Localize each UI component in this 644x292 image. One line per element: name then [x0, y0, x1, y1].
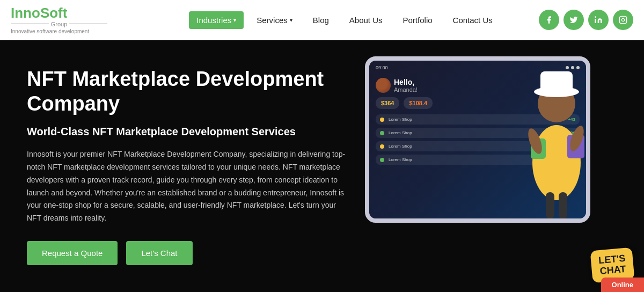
nav-portfolio[interactable]: Portfolio	[396, 11, 440, 29]
industries-chevron: ▾	[233, 17, 236, 23]
list-dot	[380, 158, 384, 162]
woman-illustration	[503, 61, 586, 218]
header: InnoSoft Group Innovative software devel…	[0, 0, 644, 40]
hero-buttons: Request a Quote Let's Chat	[27, 241, 349, 265]
app-time: 09:00	[376, 65, 388, 70]
app-screen: 09:00 Hello,	[369, 61, 586, 218]
tablet-frame: 09:00 Hello,	[365, 56, 590, 223]
request-quote-button[interactable]: Request a Quote	[27, 241, 118, 265]
hero-subtitle: World-Class NFT Marketplace Development …	[27, 125, 349, 138]
app-username: Amanda!	[394, 86, 418, 93]
facebook-icon[interactable]	[539, 10, 559, 30]
svg-rect-12	[559, 192, 567, 218]
instagram-icon[interactable]	[613, 10, 633, 30]
logo-line-left	[11, 24, 49, 24]
svg-rect-6	[540, 71, 573, 93]
list-dot	[380, 118, 384, 122]
logo-inno: Inno	[11, 5, 40, 21]
stat-1: $364	[376, 97, 399, 109]
hero-image: 09:00 Hello,	[365, 56, 601, 271]
hero-title: NFT Marketplace Development Company	[27, 67, 349, 116]
nav-blog[interactable]: Blog	[305, 11, 336, 29]
svg-rect-11	[546, 192, 554, 218]
hero-section: NFT Marketplace Development Company Worl…	[0, 40, 644, 292]
app-avatar	[376, 78, 391, 93]
logo-text: InnoSoft	[11, 6, 107, 20]
app-greeting: Hello,	[394, 78, 418, 86]
logo-group-label: Group	[51, 21, 68, 27]
twitter-icon[interactable]	[564, 10, 584, 30]
main-nav: Industries ▾ Services ▾ Blog About Us Po…	[150, 11, 539, 29]
list-dot	[380, 144, 384, 149]
logo-soft: Soft	[40, 5, 68, 21]
hero-description: Innosoft is your premier NFT Marketplace…	[27, 148, 349, 225]
social-icons	[539, 10, 633, 30]
lets-chat-button[interactable]: Let's Chat	[126, 241, 192, 265]
logo-group: Group	[11, 21, 107, 27]
svg-rect-1	[619, 16, 626, 23]
svg-point-0	[595, 16, 596, 18]
nav-about[interactable]: About Us	[342, 11, 390, 29]
logo-tagline: Innovative software development	[11, 28, 107, 34]
nav-contact[interactable]: Contact Us	[445, 11, 500, 29]
linkedin-icon[interactable]	[588, 10, 609, 30]
nav-industries[interactable]: Industries ▾	[189, 11, 244, 29]
nav-services[interactable]: Services ▾	[249, 11, 300, 29]
services-chevron: ▾	[290, 17, 292, 23]
logo-line-right	[69, 24, 107, 24]
list-dot	[380, 131, 384, 135]
stat-2: $108.4	[404, 97, 433, 109]
hero-content: NFT Marketplace Development Company Worl…	[27, 67, 349, 265]
chat-line: CHAT	[599, 264, 627, 277]
logo: InnoSoft Group Innovative software devel…	[11, 6, 107, 34]
online-badge[interactable]: Online	[601, 278, 644, 292]
